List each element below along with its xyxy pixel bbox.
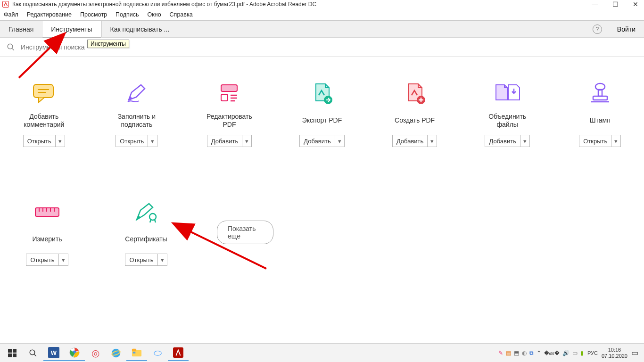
top-tabs: Главная Инструменты Как подписывать ... …	[0, 21, 644, 38]
svg-rect-40	[133, 352, 136, 354]
menu-window[interactable]: Окно	[148, 11, 161, 18]
svg-rect-27	[13, 349, 17, 353]
close-button[interactable]: ✕	[633, 0, 638, 8]
volume-icon[interactable]: 🔊	[562, 350, 570, 356]
tool-open-button[interactable]: Добавить▾	[207, 135, 252, 147]
svg-rect-3	[33, 84, 53, 98]
tool-label: Добавить комментарий	[19, 112, 69, 129]
tool-fill-sign[interactable]: Заполнить и подписать Открыть▾	[112, 80, 162, 147]
menu-help[interactable]: Справка	[170, 11, 193, 18]
svg-line-2	[12, 48, 14, 50]
comment-icon	[32, 80, 56, 107]
svg-text:W: W	[51, 349, 57, 356]
menu-view[interactable]: Просмотр	[80, 11, 107, 18]
start-button[interactable]	[2, 345, 23, 361]
login-button[interactable]: Войти	[609, 21, 644, 37]
tool-export-pdf[interactable]: Экспорт PDF Добавить▾	[297, 80, 347, 147]
help-button[interactable]: ?	[586, 21, 609, 37]
menu-sign[interactable]: Подпись	[116, 11, 139, 18]
svg-rect-29	[13, 354, 17, 357]
tool-open-button[interactable]: Открыть▾	[23, 135, 65, 147]
notifications-icon[interactable]: ▭	[631, 348, 638, 357]
minimize-button[interactable]: —	[592, 0, 598, 8]
taskbar-app-icon[interactable]: ◎	[85, 345, 106, 361]
tool-measure[interactable]: Измерить Открыть▾	[19, 199, 75, 266]
tools-grid: Добавить комментарий Открыть▾ Заполнить …	[0, 57, 644, 343]
tool-label: Редактировать PDF	[204, 112, 255, 129]
tray-icon[interactable]: ⧉	[529, 350, 534, 356]
tab-document[interactable]: Как подписывать ...	[101, 21, 179, 37]
window-title: Как подписывать документы электронной по…	[12, 1, 592, 8]
taskbar-explorer-icon[interactable]	[126, 345, 147, 361]
tool-open-button[interactable]: Добавить▾	[299, 135, 344, 147]
battery-icon[interactable]: ▭	[572, 350, 578, 356]
pen-icon	[125, 80, 149, 107]
svg-rect-39	[132, 348, 136, 351]
tool-label: Штамп	[590, 112, 611, 129]
certificate-icon	[134, 199, 158, 225]
taskbar-search-icon[interactable]	[23, 345, 43, 361]
tool-open-button[interactable]: Добавить▾	[485, 135, 529, 147]
tool-edit-pdf[interactable]: Редактировать PDF Добавить▾	[204, 80, 255, 147]
taskbar-ie-icon[interactable]	[106, 345, 126, 361]
tooltip: Инструменты	[87, 40, 129, 48]
menu-edit[interactable]: Редактирование	[27, 11, 72, 18]
tray-icon[interactable]: ▮	[580, 350, 584, 356]
maximize-button[interactable]: ☐	[612, 0, 619, 8]
wifi-icon[interactable]: �ன�	[544, 350, 560, 356]
show-more-button[interactable]: Показать еще	[217, 221, 273, 244]
taskbar-date: 07.10.2020	[602, 353, 627, 359]
svg-point-1	[8, 44, 13, 49]
svg-rect-26	[8, 349, 12, 353]
tray-icon[interactable]: ⌃	[537, 350, 541, 356]
svg-rect-6	[221, 85, 237, 91]
tray-icons[interactable]: ✎ ▤ ⬒ ◐ ⧉ ⌃ �ன� 🔊 ▭ ▮	[498, 350, 584, 356]
tray-icon[interactable]: ◐	[522, 350, 527, 356]
tool-open-button[interactable]: Открыть▾	[116, 135, 157, 147]
edit-pdf-icon	[217, 80, 241, 107]
taskbar-word-icon[interactable]: W	[43, 345, 64, 361]
tool-open-button[interactable]: Открыть▾	[579, 135, 621, 147]
tool-label: Измерить	[32, 231, 62, 248]
taskbar-app2-icon[interactable]: ⬭	[147, 345, 168, 361]
stamp-icon	[588, 80, 612, 107]
tray-icon[interactable]: ▤	[506, 350, 511, 356]
tab-tools[interactable]: Инструменты	[42, 21, 101, 38]
tool-label: Экспорт PDF	[302, 112, 342, 129]
tool-label: Создать PDF	[395, 112, 435, 129]
tool-create-pdf[interactable]: Создать PDF Добавить▾	[389, 80, 440, 147]
combine-files-icon	[494, 80, 520, 107]
tool-open-button[interactable]: Открыть▾	[26, 254, 68, 266]
svg-rect-7	[221, 94, 228, 101]
svg-point-30	[30, 350, 35, 355]
keyboard-language[interactable]: РУС	[587, 350, 598, 356]
taskbar: W ◎ ⬭ ✎ ▤ ⬒ ◐ ⧉ ⌃ �ன� 🔊 ▭ ▮ РУС 10:16 07…	[0, 343, 644, 362]
menu-bar: Файл Редактирование Просмотр Подпись Окн…	[0, 8, 644, 21]
tool-open-button[interactable]: Добавить▾	[392, 135, 437, 147]
taskbar-time: 10:16	[602, 347, 627, 353]
menu-file[interactable]: Файл	[4, 11, 18, 18]
tool-label: Объединить файлы	[482, 112, 533, 129]
taskbar-clock[interactable]: 10:16 07.10.2020	[602, 347, 627, 358]
ruler-icon	[34, 199, 60, 225]
tool-open-button[interactable]: Открыть▾	[125, 254, 167, 266]
tool-label: Сертификаты	[125, 231, 167, 248]
app-icon	[2, 0, 9, 8]
tool-add-comment[interactable]: Добавить комментарий Открыть▾	[19, 80, 69, 147]
svg-rect-28	[8, 354, 12, 357]
export-pdf-icon	[310, 80, 334, 107]
tool-certificates[interactable]: Сертификаты Открыть▾	[118, 199, 174, 266]
svg-rect-15	[593, 96, 607, 100]
tab-home[interactable]: Главная	[0, 21, 42, 37]
taskbar-acrobat-icon[interactable]	[168, 345, 189, 361]
tool-stamp[interactable]: Штамп Открыть▾	[575, 80, 625, 147]
create-pdf-icon	[403, 80, 427, 107]
tool-combine-files[interactable]: Объединить файлы Добавить▾	[482, 80, 533, 147]
svg-point-23	[149, 214, 156, 220]
svg-line-31	[34, 354, 36, 356]
window-titlebar: Как подписывать документы электронной по…	[0, 0, 644, 8]
tray-icon[interactable]: ⬒	[514, 350, 519, 356]
taskbar-chrome-icon[interactable]	[64, 345, 85, 361]
tool-label: Заполнить и подписать	[112, 112, 162, 129]
tray-icon[interactable]: ✎	[498, 350, 503, 356]
